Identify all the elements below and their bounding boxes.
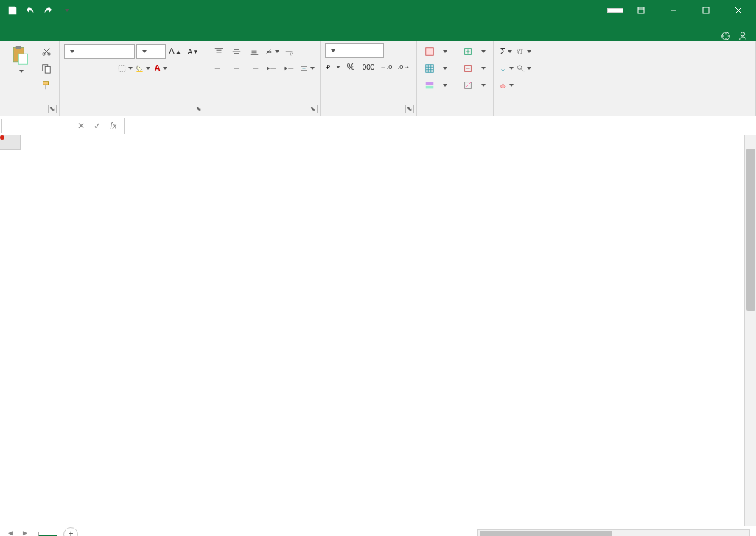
- currency-icon[interactable]: ₽: [325, 59, 341, 75]
- align-middle-icon[interactable]: [228, 43, 245, 60]
- dialog-launcher-icon[interactable]: ⬊: [309, 105, 318, 113]
- format-cells-button[interactable]: [460, 77, 489, 94]
- cell-styles-button[interactable]: [421, 77, 450, 94]
- fill-icon[interactable]: [498, 60, 514, 77]
- spreadsheet[interactable]: [0, 135, 756, 526]
- italic-button[interactable]: [82, 60, 98, 77]
- format-as-table-button[interactable]: [421, 60, 450, 77]
- wrap-text-icon[interactable]: [281, 43, 298, 60]
- sheet-nav-next-icon[interactable]: ►: [19, 529, 31, 537]
- formula-input[interactable]: [125, 119, 756, 133]
- find-select-icon[interactable]: [516, 60, 532, 77]
- group-number: ₽ % 000 ←.0 .0→ ⬊: [321, 41, 417, 116]
- svg-rect-5: [16, 46, 21, 49]
- vertical-scrollbar[interactable]: [744, 135, 756, 526]
- number-format-combo[interactable]: [325, 43, 384, 58]
- conditional-formatting-button[interactable]: [421, 43, 450, 60]
- autosum-icon[interactable]: Σ: [498, 43, 514, 60]
- clear-icon[interactable]: [498, 77, 514, 94]
- ribbon-options-icon[interactable]: [626, 0, 656, 21]
- orientation-icon[interactable]: ab: [264, 43, 280, 60]
- svg-text:ab: ab: [267, 49, 271, 54]
- dialog-launcher-icon[interactable]: ⬊: [195, 105, 203, 113]
- group-label: [64, 113, 201, 114]
- fx-icon[interactable]: fx: [106, 119, 121, 133]
- save-icon[interactable]: [4, 2, 21, 18]
- svg-text:₽: ₽: [326, 64, 330, 71]
- horizontal-scrollbar[interactable]: [477, 529, 750, 537]
- svg-point-3: [741, 32, 744, 36]
- svg-point-24: [517, 66, 522, 70]
- cut-icon[interactable]: [38, 43, 55, 60]
- group-editing: Σ: [494, 41, 756, 116]
- svg-rect-17: [426, 48, 434, 56]
- group-label: [421, 113, 450, 114]
- redo-icon[interactable]: [40, 2, 56, 18]
- sort-filter-icon[interactable]: [516, 43, 532, 60]
- decrease-decimal-icon[interactable]: .0→: [396, 59, 412, 75]
- group-cells: [455, 41, 494, 116]
- increase-decimal-icon[interactable]: ←.0: [378, 59, 394, 75]
- svg-rect-6: [18, 54, 27, 64]
- insert-cells-button[interactable]: [460, 43, 489, 60]
- percent-icon[interactable]: %: [343, 59, 359, 75]
- title-bar: [0, 0, 756, 21]
- group-font: A▲ A▼ A ⬊: [60, 41, 206, 116]
- dialog-launcher-icon[interactable]: ⬊: [405, 105, 414, 113]
- align-right-icon[interactable]: [246, 60, 262, 77]
- group-label: [325, 113, 412, 114]
- dialog-launcher-icon[interactable]: ⬊: [48, 105, 57, 113]
- sheet-nav-prev-icon[interactable]: ◄: [4, 529, 16, 537]
- borders-icon[interactable]: [117, 60, 133, 77]
- fill-color-icon[interactable]: [135, 60, 151, 77]
- quick-access-toolbar: [0, 2, 78, 18]
- close-icon[interactable]: [724, 0, 753, 21]
- font-name-combo[interactable]: [64, 44, 135, 59]
- group-clipboard: ⬊: [0, 41, 60, 116]
- group-label: [460, 113, 489, 114]
- svg-rect-19: [426, 82, 434, 85]
- font-size-combo[interactable]: [136, 44, 166, 59]
- format-painter-icon[interactable]: [38, 77, 55, 94]
- align-bottom-icon[interactable]: [246, 43, 262, 60]
- cancel-formula-icon[interactable]: ✕: [74, 119, 88, 133]
- delete-cells-button[interactable]: [460, 60, 489, 77]
- qat-customize-icon[interactable]: [57, 2, 74, 18]
- increase-font-icon[interactable]: A▲: [167, 43, 183, 60]
- group-alignment: ab ⬊: [206, 41, 321, 116]
- svg-rect-1: [703, 7, 709, 13]
- group-styles: [417, 41, 455, 116]
- sheet-tab-bar: ◄ ► +: [0, 526, 756, 536]
- comma-icon[interactable]: 000: [360, 59, 377, 75]
- minimize-icon[interactable]: [659, 0, 688, 21]
- merge-icon[interactable]: [299, 60, 315, 77]
- name-box[interactable]: [1, 119, 69, 133]
- add-sheet-icon[interactable]: +: [63, 527, 78, 537]
- group-label: [4, 113, 55, 114]
- svg-rect-18: [426, 65, 434, 73]
- align-left-icon[interactable]: [211, 60, 227, 77]
- increase-indent-icon[interactable]: [281, 60, 298, 77]
- decrease-font-icon[interactable]: A▼: [185, 43, 201, 60]
- undo-icon[interactable]: [22, 2, 38, 18]
- paste-button[interactable]: [4, 43, 35, 76]
- login-button[interactable]: [607, 8, 623, 13]
- svg-rect-12: [119, 66, 125, 71]
- svg-rect-0: [638, 7, 644, 13]
- bold-button[interactable]: [64, 60, 80, 77]
- select-all-corner[interactable]: [0, 135, 21, 150]
- enter-formula-icon[interactable]: ✓: [90, 119, 105, 133]
- underline-button[interactable]: [99, 60, 116, 77]
- group-label: [211, 113, 315, 114]
- svg-rect-10: [45, 66, 50, 73]
- ribbon: ⬊ A▲ A▼ A ⬊: [0, 41, 756, 116]
- tell-me[interactable]: [721, 31, 733, 41]
- share-button[interactable]: [738, 31, 750, 41]
- sheet-tab[interactable]: [38, 532, 57, 537]
- font-color-icon[interactable]: A: [153, 60, 169, 77]
- align-center-icon[interactable]: [228, 60, 245, 77]
- decrease-indent-icon[interactable]: [264, 60, 280, 77]
- maximize-icon[interactable]: [691, 0, 721, 21]
- copy-icon[interactable]: [38, 60, 55, 77]
- align-top-icon[interactable]: [211, 43, 227, 60]
